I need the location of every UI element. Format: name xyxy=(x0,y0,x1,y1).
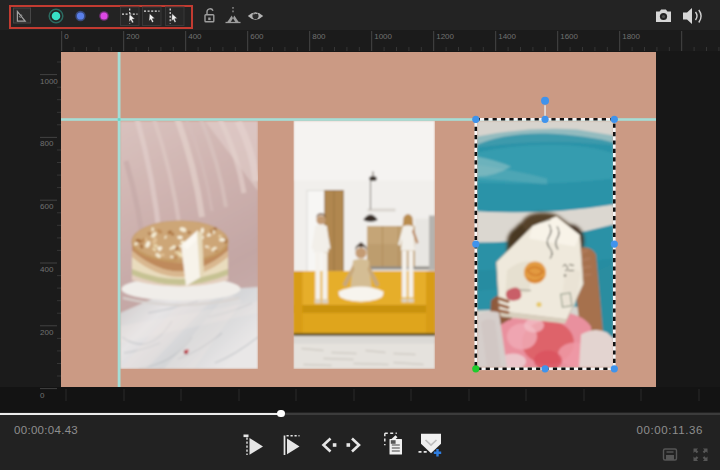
svg-text:600: 600 xyxy=(250,32,264,41)
svg-text:800: 800 xyxy=(312,32,326,41)
svg-text:1200: 1200 xyxy=(436,32,454,41)
svg-text:200: 200 xyxy=(126,32,140,41)
svg-text:1600: 1600 xyxy=(560,32,578,41)
svg-text:1000: 1000 xyxy=(374,32,392,41)
svg-text:0: 0 xyxy=(40,391,45,400)
svg-text:200: 200 xyxy=(40,328,54,337)
svg-text:800: 800 xyxy=(40,139,54,148)
svg-text:1800: 1800 xyxy=(622,32,640,41)
svg-text:1000: 1000 xyxy=(40,77,58,86)
svg-text:1400: 1400 xyxy=(498,32,516,41)
svg-text:400: 400 xyxy=(188,32,202,41)
svg-text:400: 400 xyxy=(40,265,54,274)
svg-text:0: 0 xyxy=(64,32,69,41)
svg-text:600: 600 xyxy=(40,202,54,211)
